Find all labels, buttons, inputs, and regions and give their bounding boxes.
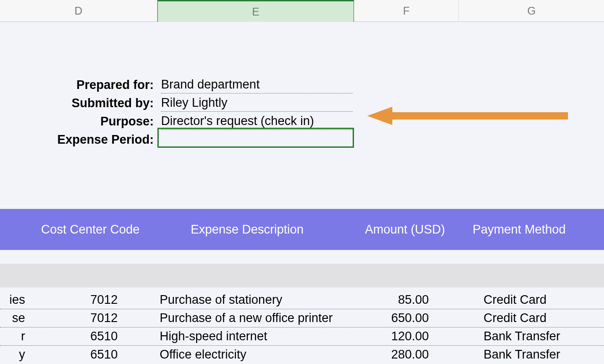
arrow-annotation-icon <box>367 107 568 125</box>
table-row[interactable]: se 7012 Purchase of a new office printer… <box>0 309 604 328</box>
row-payment: Credit Card <box>484 293 593 307</box>
row-code: 6510 <box>77 329 131 343</box>
hdr-description: Expense Description <box>191 223 304 237</box>
table-row[interactable]: y 6510 Office electricity 280.00 Bank Tr… <box>0 346 604 364</box>
row-amount: 120.00 <box>379 329 429 343</box>
sheet-body[interactable]: Prepared for: Brand department Submitted… <box>0 22 604 364</box>
subheader-band <box>0 264 604 287</box>
hdr-amount: Amount (USD) <box>365 223 445 237</box>
column-header-D[interactable]: D <box>0 0 157 22</box>
row-code: 7012 <box>77 311 131 325</box>
table-row[interactable]: ies 7012 Purchase of stationery 85.00 Cr… <box>0 291 604 309</box>
row-desc: Office electricity <box>160 348 351 362</box>
row-partial: r <box>0 329 25 343</box>
row-code: 7012 <box>77 293 131 307</box>
column-header-bar: D E F G <box>0 0 604 22</box>
row-payment: Bank Transfer <box>484 329 593 343</box>
column-header-F[interactable]: F <box>354 0 459 22</box>
submitted-by-label: Submitted by: <box>0 96 157 110</box>
row-amount: 650.00 <box>379 311 429 325</box>
expense-rows: ies 7012 Purchase of stationery 85.00 Cr… <box>0 291 604 364</box>
active-cell[interactable] <box>157 128 354 148</box>
row-payment: Bank Transfer <box>484 348 593 362</box>
row-desc: Purchase of a new office printer <box>160 311 351 325</box>
prepared-for-label: Prepared for: <box>0 78 157 92</box>
purpose-label: Purpose: <box>0 114 157 129</box>
row-code: 6510 <box>77 348 131 362</box>
column-header-E[interactable]: E <box>157 0 354 22</box>
row-amount: 280.00 <box>379 348 429 362</box>
row-partial: se <box>0 311 25 325</box>
table-row[interactable]: r 6510 High-speed internet 120.00 Bank T… <box>0 328 604 346</box>
expense-table-header: Cost Center Code Expense Description Amo… <box>0 209 604 250</box>
svg-marker-0 <box>367 107 568 125</box>
spreadsheet-viewport: D E F G Prepared for: Brand department S… <box>0 0 604 364</box>
row-desc: High-speed internet <box>160 329 351 343</box>
row-desc: Purchase of stationery <box>160 293 351 307</box>
expense-period-label: Expense Period: <box>0 133 157 147</box>
hdr-cost-center: Cost Center Code <box>41 223 140 237</box>
row-payment: Credit Card <box>484 311 593 325</box>
hdr-payment: Payment Method <box>473 223 566 237</box>
prepared-for-value[interactable]: Brand department <box>161 76 353 94</box>
row-partial: ies <box>0 293 25 307</box>
row-partial: y <box>0 348 25 362</box>
column-header-G[interactable]: G <box>459 0 604 22</box>
submitted-by-value[interactable]: Riley Lightly <box>161 94 353 112</box>
row-amount: 85.00 <box>379 293 429 307</box>
